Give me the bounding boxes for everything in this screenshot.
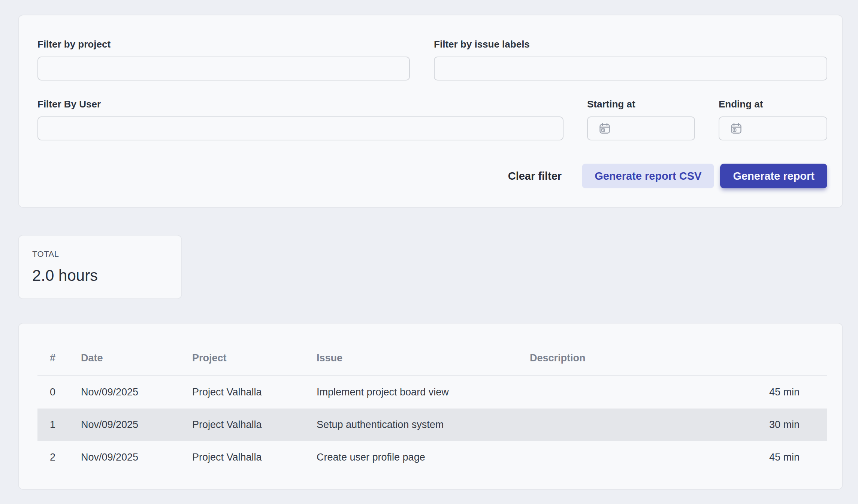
table-header-row: # Date Project Issue Description <box>37 341 827 376</box>
table-row[interactable]: 2 Nov/09/2025 Project Valhalla Create us… <box>37 441 827 474</box>
issue-labels-filter-label: Filter by issue labels <box>434 38 827 51</box>
column-header-project: Project <box>192 341 317 376</box>
generate-report-button[interactable]: Generate report <box>720 164 827 188</box>
total-card: TOTAL 2.0 hours <box>18 235 182 299</box>
page: Filter by project Filter by issue labels… <box>0 0 858 504</box>
total-label: TOTAL <box>32 249 168 259</box>
starting-at-field[interactable] <box>587 116 695 140</box>
filter-card: Filter by project Filter by issue labels… <box>18 15 843 208</box>
issue-labels-filter-group: Filter by issue labels <box>434 38 827 81</box>
issue-labels-filter-input[interactable] <box>434 57 827 81</box>
ending-at-field[interactable] <box>719 116 827 140</box>
cell-description <box>530 441 691 474</box>
table-row[interactable]: 0 Nov/09/2025 Project Valhalla Implement… <box>37 376 827 409</box>
cell-issue: Setup authentication system <box>317 409 530 441</box>
cell-index: 2 <box>37 441 81 474</box>
cell-date: Nov/09/2025 <box>81 441 192 474</box>
starting-at-group: Starting at <box>587 98 695 140</box>
generate-report-csv-button[interactable]: Generate report CSV <box>582 164 714 188</box>
report-table: # Date Project Issue Description 0 Nov/0… <box>37 341 827 474</box>
column-header-index: # <box>37 341 81 376</box>
report-table-card: # Date Project Issue Description 0 Nov/0… <box>18 323 843 490</box>
cell-description <box>530 376 691 409</box>
cell-project: Project Valhalla <box>192 441 317 474</box>
cell-time: 45 min <box>691 376 827 409</box>
cell-time: 30 min <box>691 409 827 441</box>
cell-project: Project Valhalla <box>192 376 317 409</box>
ending-at-label: Ending at <box>719 98 827 110</box>
cell-index: 0 <box>37 376 81 409</box>
ending-at-group: Ending at <box>719 98 827 140</box>
column-header-time <box>691 341 827 376</box>
cell-issue: Create user profile page <box>317 441 530 474</box>
table-row[interactable]: 1 Nov/09/2025 Project Valhalla Setup aut… <box>37 409 827 441</box>
user-filter-group: Filter By User <box>37 98 564 140</box>
cell-time: 45 min <box>691 441 827 474</box>
cell-index: 1 <box>37 409 81 441</box>
cell-date: Nov/09/2025 <box>81 409 192 441</box>
total-value: 2.0 hours <box>32 266 168 285</box>
project-filter-label: Filter by project <box>37 38 410 51</box>
project-filter-input[interactable] <box>37 57 410 81</box>
column-header-issue: Issue <box>317 341 530 376</box>
filter-actions: Clear filter Generate report CSV Generat… <box>37 164 827 188</box>
calendar-icon <box>598 122 611 135</box>
column-header-date: Date <box>81 341 192 376</box>
project-filter-group: Filter by project <box>37 38 410 81</box>
cell-date: Nov/09/2025 <box>81 376 192 409</box>
starting-at-label: Starting at <box>587 98 695 110</box>
column-header-description: Description <box>530 341 691 376</box>
user-filter-label: Filter By User <box>37 98 564 110</box>
cell-issue: Implement project board view <box>317 376 530 409</box>
user-filter-input[interactable] <box>37 116 564 140</box>
clear-filter-button[interactable]: Clear filter <box>508 170 562 182</box>
cell-project: Project Valhalla <box>192 409 317 441</box>
cell-description <box>530 409 691 441</box>
calendar-icon <box>730 122 743 135</box>
